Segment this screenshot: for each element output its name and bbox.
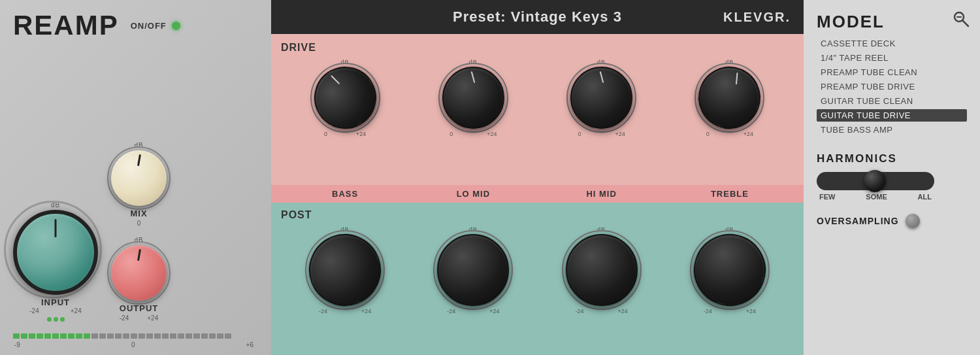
post-himid-knob[interactable] (566, 234, 638, 306)
zoom-icon[interactable] (953, 10, 970, 31)
post-bass-col: dB -24 +24 (302, 226, 387, 314)
harmonics-track[interactable] (817, 172, 934, 190)
left-panel: REAMP ON/OFF dB INPUT -24 +24 (0, 0, 271, 355)
lomid-knob[interactable] (442, 67, 504, 129)
himid-min: 0 (578, 131, 581, 137)
treble-knob[interactable] (690, 58, 770, 138)
treble-max: +24 (743, 131, 753, 137)
input-dots (47, 317, 65, 322)
himid-label: HI MID (559, 189, 644, 199)
himid-knob-wrap (570, 67, 632, 129)
bass-max: +24 (356, 131, 366, 137)
model-item-cassette[interactable]: CASSETTE DECK (817, 37, 967, 50)
harmonics-title: HARMONICS (817, 152, 967, 165)
lomid-label: LO MID (431, 189, 515, 199)
post-bass-wrap (309, 234, 381, 306)
lomid-knob-wrap (442, 67, 504, 129)
eq-labels-row: BASS LO MID HI MID TREBLE (271, 185, 804, 203)
vu-seg (154, 333, 161, 339)
oversampling-row: OVERSAMPLING (817, 214, 967, 228)
on-off-label: ON/OFF (131, 21, 167, 31)
model-item-guitar-drive[interactable]: GUITAR TUBE DRIVE (817, 109, 967, 122)
mix-knob-wrap (111, 150, 167, 206)
post-treble-col: dB -24 +24 (687, 226, 772, 314)
himid-knob[interactable] (570, 67, 632, 129)
lomid-knob-col: dB 0 +24 (431, 59, 515, 137)
post-title: POST (281, 209, 794, 221)
harmonics-section: HARMONICS FEW SOME ALL (817, 152, 967, 201)
dot-3 (60, 317, 65, 322)
post-himid-min: -24 (575, 308, 583, 314)
drive-section: DRIVE dB 0 +24 dB (271, 34, 804, 185)
input-knob-wrap (13, 210, 98, 295)
vu-label-plus6: +6 (246, 341, 253, 348)
post-bass-min: -24 (319, 308, 327, 314)
model-item-tape[interactable]: 1/4" TAPE REEL (817, 52, 967, 64)
vu-seg (170, 333, 176, 339)
harmonics-all: ALL (918, 193, 932, 201)
output-min: -24 (120, 314, 129, 322)
vu-seg (29, 333, 35, 339)
model-item-preamp-drive[interactable]: PREAMP TUBE DRIVE (817, 80, 967, 93)
model-item-guitar-clean[interactable]: GUITAR TUBE CLEAN (817, 95, 967, 107)
treble-min: 0 (706, 131, 710, 137)
post-himid-wrap (566, 234, 638, 306)
vu-seg (44, 333, 51, 339)
drive-knobs-row: dB 0 +24 dB 0 +24 (281, 59, 794, 137)
vu-seg (76, 333, 82, 339)
klevgr-logo: KLEVGR. (723, 10, 791, 25)
model-item-preamp-clean[interactable]: PREAMP TUBE CLEAN (817, 66, 967, 78)
output-max: +24 (147, 314, 158, 322)
vu-seg (209, 333, 216, 339)
vu-seg (193, 333, 200, 339)
vu-label-neg9: -9 (14, 341, 20, 348)
model-item-tube-bass[interactable]: TUBE BASS AMP (817, 124, 967, 136)
input-label: INPUT (41, 297, 70, 307)
vu-label-0: 0 (131, 341, 135, 348)
vu-seg (217, 333, 223, 339)
lomid-min: 0 (449, 131, 453, 137)
vu-seg (60, 333, 67, 339)
vu-seg (107, 333, 114, 339)
app-title: REAMP (13, 10, 119, 41)
vu-seg (37, 333, 43, 339)
output-label: OUTPUT (120, 303, 158, 313)
mix-knob[interactable] (111, 150, 167, 206)
vu-labels: -9 0 +6 (13, 341, 255, 348)
model-section: MODEL CASSETTE DECK 1/4" TAPE REEL PREAM… (817, 12, 967, 136)
on-off-led[interactable] (172, 22, 180, 30)
harmonics-labels: FEW SOME ALL (817, 193, 934, 201)
vu-seg (123, 333, 129, 339)
post-treble-knob[interactable] (686, 226, 774, 314)
treble-knob-col: dB 0 +24 (687, 59, 772, 137)
svg-line-1 (963, 21, 969, 27)
treble-knob-wrap (698, 67, 760, 129)
bass-knob-col: dB 0 +24 (302, 59, 387, 137)
model-title: MODEL (817, 12, 967, 32)
post-knobs-row: dB -24 +24 dB -24 +24 (281, 226, 794, 314)
post-lomid-knob[interactable] (437, 234, 509, 306)
post-treble-max: +24 (746, 308, 756, 314)
output-knob[interactable] (111, 245, 167, 301)
himid-knob-col: dB 0 +24 (559, 59, 644, 137)
harmonics-thumb[interactable] (864, 170, 886, 192)
dot-2 (54, 317, 58, 322)
post-section: POST dB -24 +24 dB (271, 203, 804, 356)
vu-seg (13, 333, 20, 339)
oversampling-label: OVERSAMPLING (817, 216, 899, 226)
vu-seg (68, 333, 74, 339)
model-list: CASSETTE DECK 1/4" TAPE REEL PREAMP TUBE… (817, 37, 967, 136)
bass-knob[interactable] (302, 56, 387, 141)
middle-panel: Preset: Vintage Keys 3 KLEVGR. DRIVE dB … (271, 0, 804, 355)
input-min: -24 (29, 307, 39, 314)
top-row: REAMP ON/OFF (13, 10, 258, 41)
vu-area: -9 0 +6 (13, 327, 258, 348)
output-range: -24 +24 (120, 314, 158, 322)
oversampling-toggle[interactable] (906, 214, 920, 228)
post-bass-knob[interactable] (299, 224, 391, 316)
vu-seg (91, 333, 98, 339)
output-knob-wrap (111, 245, 167, 301)
input-knob[interactable] (13, 210, 98, 295)
harmonics-slider-area: FEW SOME ALL (817, 172, 967, 201)
output-knob-group: dB OUTPUT -24 +24 (111, 237, 167, 322)
